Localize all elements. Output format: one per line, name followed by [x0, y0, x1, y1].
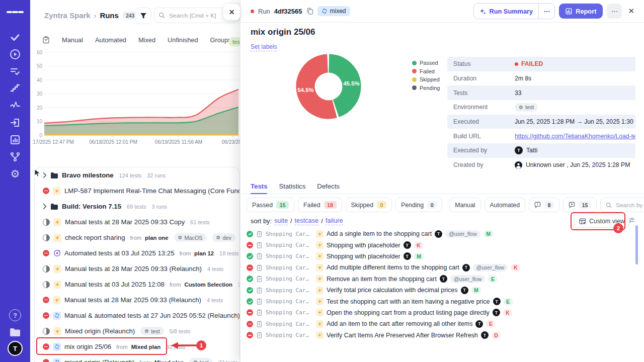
run-plan-name[interactable]: plan 12: [194, 250, 214, 256]
test-row[interactable]: Shopping Cart @sm…Add multiple different…: [247, 262, 634, 273]
copy-icon[interactable]: [306, 8, 313, 15]
filter-comment-plus[interactable]: 15: [563, 198, 597, 212]
breadcrumb-section[interactable]: Runs: [100, 11, 119, 20]
priority-badge: K: [503, 309, 513, 316]
sort-by-testcase[interactable]: testcase: [295, 217, 319, 225]
menu-icon[interactable]: [7, 4, 24, 21]
run-list-item[interactable]: Automated tests at 03 Jul 2025 13:25from…: [35, 245, 239, 261]
status-inprogress-icon: [43, 219, 50, 226]
runs-tab-unfinished[interactable]: Unfinished: [168, 36, 198, 44]
test-title[interactable]: Add multiple different items to the shop…: [327, 264, 459, 271]
test-title[interactable]: Test the shopping cart with an item havi…: [327, 298, 490, 305]
test-row[interactable]: Shopping Cart @sm…Test the shopping cart…: [247, 296, 634, 307]
sort-by-failure[interactable]: failure: [326, 217, 343, 225]
run-list-item[interactable]: check report sharingfromplan one⚙MacOS⚙d…: [35, 230, 239, 245]
report-button[interactable]: Report: [559, 4, 603, 19]
filter-manual[interactable]: Manual: [449, 198, 480, 212]
priority-badge: K: [414, 242, 424, 249]
runs-tab-automated[interactable]: Automated: [95, 36, 126, 44]
assignee-avatar: T: [435, 230, 442, 238]
more-actions-button[interactable]: ⋯: [607, 4, 622, 19]
clipboard-icon: [256, 287, 263, 294]
filter-skipped[interactable]: Skipped0: [346, 198, 392, 212]
filter-button[interactable]: [135, 8, 151, 24]
test-row[interactable]: Shopping Cart @sm…Verify total price cal…: [247, 285, 634, 296]
run-list-item[interactable]: mixed origin (Relaunch)fromMixed plan⚙te…: [35, 354, 239, 362]
test-title[interactable]: Verify total price calculation with deci…: [327, 287, 458, 294]
filter-failed[interactable]: Failed18: [298, 198, 342, 212]
drawer-close-button[interactable]: ✕: [223, 4, 240, 20]
runs-tab-manual[interactable]: Manual: [62, 36, 83, 44]
run-plan-name[interactable]: Mixed plan: [154, 359, 184, 362]
run-list-item[interactable]: Build: Version 7.1569 tests3 runs: [35, 199, 239, 214]
run-plan-name[interactable]: Custom Selection: [185, 282, 232, 288]
run-title: check report sharing: [65, 234, 125, 241]
manual-test-icon: [316, 309, 324, 316]
filter-automated[interactable]: Automated: [485, 198, 525, 212]
test-row[interactable]: Shopping Cart @sm…Shopping with placehol…: [247, 239, 634, 250]
test-title[interactable]: Shopping with placeholder: [327, 242, 400, 249]
sign-in-icon[interactable]: [7, 114, 24, 131]
breadcrumb-project[interactable]: Zyntra Spark: [44, 11, 91, 20]
test-suite: Shopping Cart @sm…: [266, 321, 312, 327]
runs-search-input[interactable]: [168, 12, 225, 20]
filter-pending[interactable]: Pending0: [395, 198, 442, 212]
run-list-item[interactable]: LMP-587 Implement Real-Time Chat Messagi…: [35, 183, 239, 199]
test-suite: Shopping Cart @sm…: [266, 287, 312, 294]
tests-search[interactable]: [600, 198, 644, 212]
test-title[interactable]: Add a single item to the shopping cart: [327, 230, 432, 237]
run-list-item[interactable]: Manual tests at 03 Jul 2025 12:08fromCus…: [35, 277, 239, 292]
run-plan-name[interactable]: plan one: [145, 235, 168, 241]
settings-gear-icon[interactable]: ⚙: [7, 165, 24, 183]
run-summary-more-button[interactable]: ⋯: [538, 4, 554, 19]
filter-passed[interactable]: Passed15: [247, 198, 294, 212]
run-list-item[interactable]: Manual tests at 28 Mar 2025 09:33 (Relau…: [35, 261, 239, 277]
tab-tests[interactable]: Tests: [251, 179, 267, 194]
tab-statistics[interactable]: Statistics: [279, 179, 305, 194]
run-list-item[interactable]: Manual tests at 28 Mar 2025 09:33 (Relau…: [35, 292, 239, 308]
steps-icon[interactable]: [7, 80, 24, 97]
run-summary-button[interactable]: Run Summary: [474, 4, 538, 19]
set-labels-link[interactable]: Set labels: [251, 43, 277, 51]
test-row[interactable]: Shopping Cart @sm…Shopping with placehol…: [247, 251, 634, 262]
test-row[interactable]: Shopping Cart @sm…Verify Cart Items Are …: [247, 330, 634, 341]
test-row[interactable]: Shopping Cart @sm…Add an item to the car…: [247, 318, 634, 329]
test-title[interactable]: Open the shopping cart from a product li…: [327, 309, 490, 316]
list-check-icon[interactable]: [7, 63, 24, 80]
runs-tab-groups[interactable]: Groups: [210, 36, 231, 44]
build-url-link[interactable]: https://github.com/TetianaKhomenko/Load-…: [515, 133, 635, 140]
runs-tab-mixed[interactable]: Mixed: [138, 36, 155, 44]
filter-count: 15: [579, 201, 591, 209]
test-title[interactable]: Remove an item from the shopping cart: [327, 276, 437, 283]
run-list-item[interactable]: Mixed origin (Relaunch)⚙test5/8 tests: [35, 323, 239, 339]
bar-chart-icon[interactable]: [7, 131, 24, 148]
run-play-icon[interactable]: [7, 46, 24, 63]
test-title[interactable]: Verify Cart Items Are Preserved After Br…: [327, 332, 478, 339]
check-icon[interactable]: [7, 29, 24, 46]
help-icon[interactable]: ?: [7, 307, 24, 324]
legend-item: Skipped: [412, 76, 440, 82]
tests-search-input[interactable]: [615, 201, 644, 209]
chevron-right-icon[interactable]: [43, 172, 47, 178]
tab-defects[interactable]: Defects: [317, 179, 340, 194]
folder-nav-icon[interactable]: [7, 324, 24, 341]
info-value: FAILED: [515, 60, 543, 67]
env-tag-badge: ⚙test: [189, 358, 212, 362]
run-list-item[interactable]: Manual & automated tests at 27 Jun 2025 …: [35, 308, 239, 323]
test-title[interactable]: Add an item to the cart after removing a…: [327, 320, 472, 327]
activity-icon[interactable]: [7, 97, 24, 114]
branch-icon[interactable]: [7, 148, 24, 165]
filter-comment[interactable]: 8: [529, 198, 559, 212]
close-icon[interactable]: ✕: [626, 6, 636, 17]
env-badge[interactable]: tes: [229, 37, 240, 46]
test-title[interactable]: Shopping with placeholder: [327, 253, 400, 260]
test-row[interactable]: Shopping Cart @sm…Remove an item from th…: [247, 274, 634, 285]
test-row[interactable]: Shopping Cart @sm…Open the shopping cart…: [247, 307, 634, 318]
clipboard-icon: [256, 298, 263, 305]
scrollbar-thumb[interactable]: [635, 225, 638, 264]
run-list-item[interactable]: Manual tests at 28 Mar 2025 09:33 Copy61…: [35, 214, 239, 230]
chevron-right-icon[interactable]: [43, 204, 47, 209]
run-list-item[interactable]: Bravo milestone124 tests32 runs: [35, 167, 239, 183]
sort-by-suite[interactable]: suite: [274, 217, 288, 225]
user-avatar[interactable]: T: [8, 341, 23, 356]
